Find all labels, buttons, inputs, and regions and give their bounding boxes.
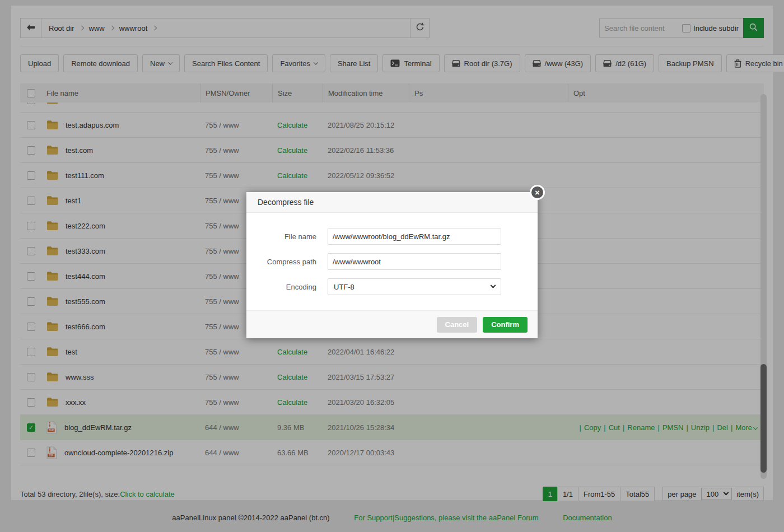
field-input-compress-path[interactable] <box>328 253 501 270</box>
field-label-file-name: File name <box>246 232 328 241</box>
encoding-select[interactable]: UTF-8 <box>328 278 501 295</box>
dialog-field-row: EncodingUTF-8 <box>246 278 538 295</box>
dialog-field-row: Compress path <box>246 253 538 270</box>
decompress-dialog: × Decompress file File nameCompress path… <box>246 192 538 338</box>
close-icon[interactable]: × <box>530 185 545 200</box>
field-label-encoding: Encoding <box>246 283 328 291</box>
cancel-button[interactable]: Cancel <box>437 317 478 333</box>
field-label-compress-path: Compress path <box>246 258 328 266</box>
dialog-footer: Cancel Confirm <box>246 310 538 338</box>
encoding-value: UTF-8 <box>334 283 354 291</box>
dialog-body: File nameCompress pathEncodingUTF-8 <box>246 213 538 310</box>
confirm-button[interactable]: Confirm <box>483 317 528 333</box>
dialog-field-row: File name <box>246 228 538 245</box>
chevron-down-icon <box>491 282 496 288</box>
dialog-title: Decompress file <box>246 192 538 213</box>
field-input-file-name[interactable] <box>328 228 501 245</box>
